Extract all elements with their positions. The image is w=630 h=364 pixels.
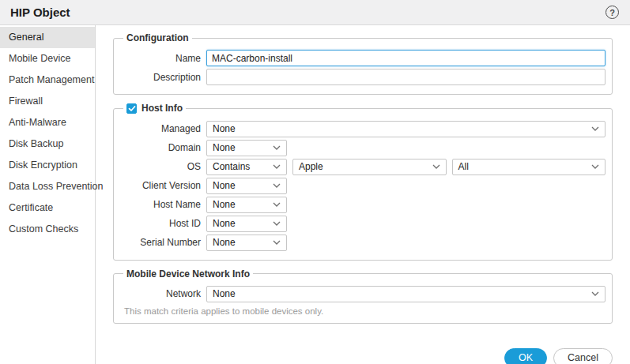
managed-select[interactable]: None [206,121,605,137]
domain-label: Domain [120,142,201,153]
chevron-down-icon [273,164,281,169]
client-version-select[interactable]: None [206,178,287,194]
network-row: Network None [120,286,605,302]
main-panel: Configuration Name Description [96,25,630,364]
chevron-down-icon [273,145,281,150]
sidebar-item-firewall[interactable]: Firewall [0,91,95,112]
serial-number-label: Serial Number [120,237,201,248]
cancel-button[interactable]: Cancel [553,348,613,364]
managed-row: Managed None [120,121,605,137]
sidebar: General Mobile Device Patch Management F… [0,25,96,364]
description-input[interactable] [206,69,605,85]
description-label: Description [120,72,201,83]
os-label: OS [120,161,201,172]
name-label: Name [120,53,201,64]
network-select[interactable]: None [206,286,605,302]
configuration-legend: Configuration [123,32,192,43]
chevron-down-icon [273,221,281,226]
sidebar-item-certificate[interactable]: Certificate [0,197,95,219]
client-version-row: Client Version None [120,178,605,194]
host-info-legend: Host Info [141,103,183,114]
os-version-select[interactable]: All [452,159,606,175]
chevron-down-icon [273,202,281,207]
host-name-select[interactable]: None [206,197,287,213]
chevron-down-icon [273,183,281,188]
network-label: Network [120,288,201,299]
host-info-checkbox[interactable] [126,103,137,114]
sidebar-item-custom-checks[interactable]: Custom Checks [0,219,95,240]
sidebar-item-mobile-device[interactable]: Mobile Device [0,48,95,69]
host-id-row: Host ID None [120,216,605,232]
sidebar-item-general[interactable]: General [0,27,95,48]
sidebar-item-patch-management[interactable]: Patch Management [0,69,95,91]
chevron-down-icon [591,164,599,169]
chevron-down-icon [591,291,599,296]
domain-select[interactable]: None [206,140,287,156]
description-row: Description [120,69,605,85]
dialog-body: General Mobile Device Patch Management F… [0,25,630,364]
domain-row: Domain None [120,140,605,156]
host-id-select[interactable]: None [206,216,287,232]
host-id-label: Host ID [120,218,201,229]
mobile-device-network-section: Mobile Device Network Info Network None … [113,268,613,324]
dialog-title: HIP Object [10,6,70,19]
mobile-device-note: This match criteria applies to mobile de… [124,306,605,316]
hip-object-dialog: HIP Object ? General Mobile Device Patch… [0,0,630,364]
serial-number-row: Serial Number None [120,235,605,251]
chevron-down-icon [273,240,281,245]
help-icon[interactable]: ? [605,6,619,19]
os-row: OS Contains Apple All [120,159,605,175]
chevron-down-icon [591,126,599,131]
chevron-down-icon [432,164,440,169]
host-name-row: Host Name None [120,197,605,213]
serial-number-select[interactable]: None [206,235,287,251]
client-version-label: Client Version [120,180,201,191]
host-info-section: Host Info Managed None Domain None [113,103,613,261]
sidebar-item-anti-malware[interactable]: Anti-Malware [0,112,95,133]
footer: OK Cancel [113,348,613,364]
os-match-select[interactable]: Contains [206,159,287,175]
ok-button[interactable]: OK [504,348,547,364]
titlebar: HIP Object ? [0,0,630,25]
configuration-section: Configuration Name Description [113,32,613,95]
sidebar-item-disk-backup[interactable]: Disk Backup [0,133,95,155]
sidebar-item-data-loss-prevention[interactable]: Data Loss Prevention [0,176,95,197]
sidebar-item-disk-encryption[interactable]: Disk Encryption [0,155,95,176]
os-vendor-select[interactable]: Apple [292,159,447,175]
name-input[interactable] [206,50,605,66]
name-row: Name [120,50,605,66]
managed-label: Managed [120,123,201,134]
host-name-label: Host Name [120,199,201,210]
mobile-device-network-legend: Mobile Device Network Info [123,268,253,280]
checkmark-icon [128,105,136,112]
